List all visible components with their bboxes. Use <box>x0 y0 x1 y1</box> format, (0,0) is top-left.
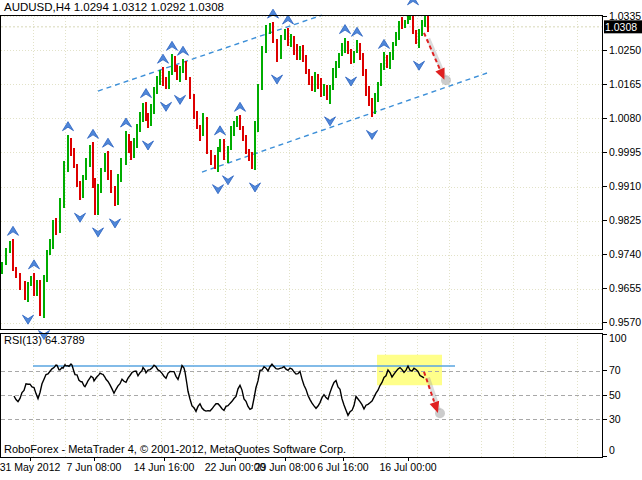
fractal-up-icon <box>103 138 114 147</box>
price-axis-label: 1.0335 <box>609 10 641 22</box>
time-axis-label: 6 Jul 16:00 <box>317 461 369 473</box>
fractal-up-icon <box>408 0 419 5</box>
fractal-up-icon <box>178 46 189 55</box>
fractal-down-icon <box>175 95 186 104</box>
fractal-up-icon <box>29 260 40 269</box>
fractal-down-icon <box>346 77 357 86</box>
fractal-up-icon <box>340 25 351 34</box>
fractal-up-icon <box>8 226 19 235</box>
fractal-up-icon <box>141 89 152 98</box>
fractal-up-icon <box>63 122 74 131</box>
price-axis-label: 0.9910 <box>609 180 641 192</box>
price-axis-label: 0.9995 <box>609 146 641 158</box>
fractal-down-icon <box>272 75 283 84</box>
rsi-axis-label: 100 <box>609 332 627 344</box>
time-axis-label: 7 Jun 08:00 <box>67 461 122 473</box>
fractal-up-icon <box>283 15 294 24</box>
price-axis-label: 1.0080 <box>609 112 641 124</box>
forecast-arrow-main[interactable] <box>424 33 451 85</box>
fractal-down-icon <box>143 141 154 150</box>
chart-canvas[interactable]: 1.03351.02501.01651.00800.99950.99100.98… <box>0 0 642 480</box>
fractal-down-icon <box>23 315 34 324</box>
fractal-up-icon <box>121 118 132 127</box>
fractal-down-icon <box>213 185 224 194</box>
fractal-up-icon <box>379 39 390 48</box>
price-axis-label: 0.9655 <box>609 282 641 294</box>
price-axis[interactable]: 1.03351.02501.01651.00800.99950.99100.98… <box>603 10 641 329</box>
fractal-up-icon <box>158 54 169 63</box>
mt4-chart-window: AUDUSD,H4 1.0294 1.0312 1.0292 1.0308 1.… <box>0 0 642 480</box>
panel-borders <box>1 16 603 458</box>
fractal-down-icon <box>75 213 86 222</box>
price-axis-label: 0.9825 <box>609 214 641 226</box>
arrowhead-icon <box>430 401 439 413</box>
fractal-up-icon <box>352 27 363 36</box>
channel-lower-line[interactable] <box>202 73 487 172</box>
fractal-up-icon <box>235 102 246 111</box>
price-axis-label: 1.0165 <box>609 78 641 90</box>
fractal-down-icon <box>223 176 234 185</box>
fractal-up-icon <box>268 9 279 18</box>
time-axis-label: 31 May 2012 <box>0 461 61 473</box>
fractal-down-icon <box>93 228 104 237</box>
time-axis-label: 14 Jun 16:00 <box>134 461 195 473</box>
rsi-axis-label: 70 <box>609 364 621 376</box>
price-tag-value: 1.0308 <box>605 21 637 33</box>
price-axis-label: 1.0250 <box>609 44 641 56</box>
fractal-up-icon <box>167 41 178 50</box>
fractal-down-icon <box>414 61 425 70</box>
price-axis-label: 0.9740 <box>609 248 641 260</box>
fractal-up-icon <box>88 129 99 138</box>
fractal-down-icon <box>161 102 172 111</box>
fractal-down-icon <box>367 130 378 139</box>
rsi-axis-label: 0 <box>609 444 615 456</box>
rsi-axis-label: 50 <box>609 389 621 401</box>
copyright-text: RoboForex - MetaTrader 4, © 2001-2012, M… <box>4 443 346 455</box>
time-axis-label: 16 Jul 00:00 <box>379 461 436 473</box>
current-price-tag: 1.0308 <box>604 20 642 33</box>
main-panel-border <box>1 16 603 330</box>
time-axis-label: 29 Jun 08:00 <box>255 461 316 473</box>
rsi-axis[interactable]: 1007050300 <box>603 332 627 456</box>
fractal-down-icon <box>325 117 336 126</box>
time-axis[interactable]: 31 May 20127 Jun 08:0014 Jun 16:0022 Jun… <box>0 458 437 473</box>
price-axis-label: 0.9570 <box>609 316 641 328</box>
rsi-axis-label: 30 <box>609 413 621 425</box>
candles-layer <box>2 9 428 318</box>
fractal-down-icon <box>110 219 121 228</box>
grid-layer <box>1 15 603 457</box>
fractal-down-icon <box>250 183 261 192</box>
rsi-label: RSI(13) 64.3789 <box>4 334 85 346</box>
fractal-up-icon <box>215 126 226 135</box>
